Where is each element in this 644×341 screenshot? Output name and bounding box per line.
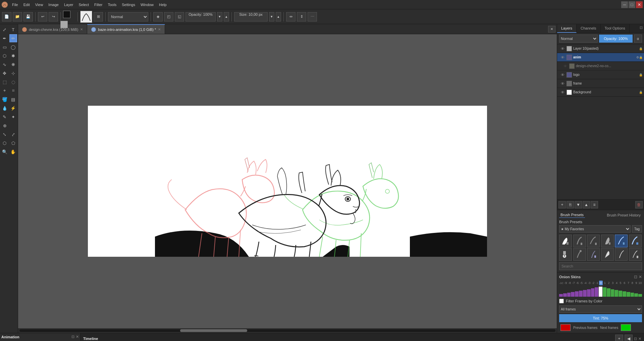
tool-gradient[interactable]: ▤: [9, 95, 17, 103]
tool-transform[interactable]: ⤢: [1, 26, 9, 34]
brush-6[interactable]: [629, 235, 642, 247]
tab-layers[interactable]: Layers: [557, 24, 577, 33]
opacity-up[interactable]: ▴: [224, 12, 229, 21]
brush-11[interactable]: [615, 248, 628, 261]
menu-select[interactable]: Select: [76, 1, 92, 8]
new-btn[interactable]: 📄: [2, 12, 11, 21]
opacity-fill[interactable]: ◱: [175, 12, 184, 21]
tool-freehand-path[interactable]: ∿: [1, 60, 9, 68]
canvas-scrollbar[interactable]: [18, 328, 557, 333]
brush-2[interactable]: [573, 235, 586, 247]
prev-color-swatch[interactable]: [560, 324, 571, 331]
menu-window[interactable]: Window: [138, 1, 156, 8]
tool-select-path[interactable]: ⬡: [1, 139, 9, 147]
menu-edit[interactable]: Edit: [21, 1, 33, 8]
mirror-v[interactable]: ⇕: [297, 12, 306, 21]
layers-opacity-btn[interactable]: Opacity: 100%: [599, 35, 633, 43]
filter-frames-select[interactable]: All frames: [559, 305, 642, 313]
tool-path[interactable]: ✱: [9, 52, 17, 60]
layers-inherit-alpha[interactable]: α: [634, 35, 642, 43]
scrollbar-thumb[interactable]: [180, 329, 247, 332]
onion-float[interactable]: ⊡: [634, 275, 637, 279]
brush-1[interactable]: [559, 235, 572, 247]
brush-12[interactable]: [629, 248, 642, 261]
tool-select-similar[interactable]: ⌗: [9, 87, 17, 95]
blend-mode-select[interactable]: Normal: [108, 12, 148, 21]
onion-close[interactable]: ✕: [639, 275, 642, 279]
layer-item-frame[interactable]: 👁 frame: [557, 79, 644, 88]
window-minimize[interactable]: ─: [621, 1, 628, 8]
brush-search-input[interactable]: [559, 262, 642, 270]
menu-filter[interactable]: Filter: [92, 1, 105, 8]
brush-7[interactable]: [559, 248, 572, 261]
tool-zoom[interactable]: 🔍: [1, 148, 9, 156]
layer-delete-btn[interactable]: 🗑: [635, 201, 643, 208]
size-display[interactable]: Size: 10,00 px: [234, 12, 268, 21]
opacity-preserve[interactable]: ◰: [164, 12, 173, 21]
layer-vis-5[interactable]: 👁: [560, 81, 565, 86]
tab-design-chevre[interactable]: design-chevre.kra (109,6 MiB) ✕: [18, 24, 87, 34]
layer-move-up-btn[interactable]: ▲: [583, 201, 590, 208]
menu-image[interactable]: Image: [46, 1, 61, 8]
menu-layer[interactable]: Layer: [61, 1, 76, 8]
tool-text[interactable]: T: [9, 26, 17, 34]
tool-warp[interactable]: ⤡: [1, 130, 9, 138]
tool-freehand[interactable]: ✏: [9, 34, 17, 42]
tool-polygon[interactable]: ⬡: [1, 52, 9, 60]
size-up[interactable]: ▴: [276, 12, 281, 21]
opacity-display[interactable]: Opacity: 100%: [185, 12, 216, 21]
brush-5[interactable]: [615, 235, 628, 247]
window-close[interactable]: ✕: [636, 1, 643, 8]
timeline-back[interactable]: ◀: [625, 335, 633, 341]
foreground-color[interactable]: [63, 11, 70, 18]
tool-select-contiguous[interactable]: ⌖: [1, 87, 9, 95]
timeline-float[interactable]: ⊡: [634, 335, 637, 341]
canvas-viewport[interactable]: [18, 34, 557, 328]
layer-vis-2[interactable]: 👁: [560, 55, 565, 60]
layer-item-design[interactable]: 👁 design-chevre2-no-co...: [557, 62, 644, 70]
window-maximize[interactable]: □: [629, 1, 635, 8]
layer-vis-4[interactable]: 👁: [560, 72, 565, 78]
brush-history-tab[interactable]: Brush Preset History: [605, 212, 642, 218]
brush-4[interactable]: [601, 235, 614, 247]
tool-calligraphy[interactable]: ✒: [1, 34, 9, 42]
tool-crop[interactable]: ⊹: [9, 69, 17, 77]
right-panel-float[interactable]: ⊡: [638, 24, 644, 33]
tab-close-1[interactable]: ✕: [80, 28, 83, 31]
menu-help[interactable]: Help: [156, 1, 169, 8]
brush-presets-tab[interactable]: Brush Presets: [559, 212, 585, 218]
brush-10[interactable]: [601, 248, 614, 261]
tool-color-picker[interactable]: 💧: [1, 104, 9, 112]
size-down[interactable]: ▾: [269, 12, 274, 21]
tool-smart-patch[interactable]: ⚡: [9, 104, 17, 112]
next-color-swatch[interactable]: [621, 324, 631, 331]
tool-eraser-smart[interactable]: ✦: [9, 113, 17, 121]
layer-item-anim[interactable]: 👁 anim ⚙🔒: [557, 53, 644, 62]
redo-btn[interactable]: ↪: [49, 12, 58, 21]
mirror-h[interactable]: ⇔: [286, 12, 296, 21]
tab-close-all[interactable]: ✕: [548, 26, 555, 33]
tab-channels[interactable]: Channels: [577, 24, 600, 33]
tool-move[interactable]: ✥: [1, 69, 9, 77]
tab-tool-options[interactable]: Tool Options: [601, 24, 630, 33]
layer-vis-6[interactable]: 👁: [560, 90, 565, 95]
layer-copy-btn[interactable]: ⎘: [567, 201, 574, 208]
menu-file[interactable]: File: [9, 1, 21, 8]
anim-close[interactable]: ✕: [76, 335, 79, 339]
menu-settings[interactable]: Settings: [119, 1, 138, 8]
open-btn[interactable]: 📁: [13, 12, 22, 21]
menu-tools[interactable]: Tools: [105, 1, 119, 8]
layer-vis-1[interactable]: 👁: [560, 46, 565, 51]
tool-fill[interactable]: 🪣: [1, 95, 9, 103]
layer-item-logo[interactable]: 👁 logo 🔒: [557, 70, 644, 79]
timeline-close[interactable]: ✕: [638, 335, 641, 341]
layer-vis-3[interactable]: 👁: [562, 63, 568, 69]
tint-bar[interactable]: Tint: 75%: [559, 314, 642, 322]
brush-8[interactable]: [573, 248, 586, 261]
brush-3[interactable]: [587, 235, 600, 247]
tool-deform[interactable]: ⤤: [9, 130, 17, 138]
layer-props-btn[interactable]: ≡: [591, 201, 598, 208]
tool-select-rect[interactable]: ⬚: [1, 78, 9, 86]
tool-freehand-select[interactable]: ⬠: [9, 139, 17, 147]
anim-float[interactable]: ⊡: [71, 335, 74, 339]
